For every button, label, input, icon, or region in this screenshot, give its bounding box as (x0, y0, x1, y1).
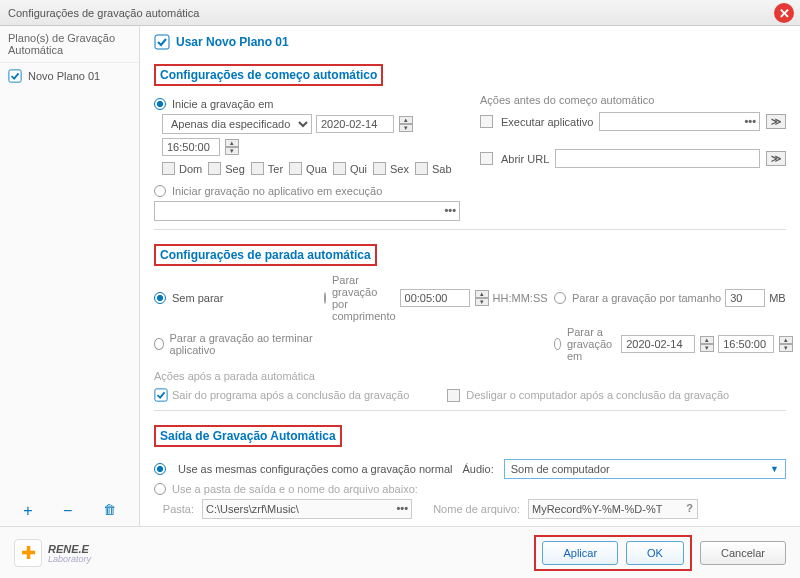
radio-use-same[interactable] (154, 463, 166, 475)
radio-start-at[interactable] (154, 98, 166, 110)
logo-icon: ✚ (14, 539, 42, 567)
open-url-input[interactable] (555, 149, 760, 168)
shutdown-after-check[interactable] (447, 389, 460, 402)
start-at-label: Inicie a gravação em (172, 98, 274, 110)
check-icon (8, 69, 22, 83)
stop-date-input[interactable] (621, 335, 695, 353)
radio-on-app-end[interactable] (154, 338, 164, 350)
exec-app-input[interactable]: ••• (599, 112, 760, 131)
day-qua[interactable] (289, 162, 302, 175)
plan-label: Novo Plano 01 (28, 70, 100, 82)
content: Usar Novo Plano 01 Configurações de come… (140, 26, 800, 526)
help-icon[interactable]: ? (686, 502, 693, 514)
start-date-input[interactable] (316, 115, 394, 133)
day-dom[interactable] (162, 162, 175, 175)
browse-icon[interactable]: ••• (744, 115, 756, 127)
filename-label: Nome de arquivo: (420, 503, 520, 515)
section-output-title: Saída de Gravação Automática (154, 425, 342, 447)
chevron-down-icon: ▼ (770, 464, 779, 474)
day-sab[interactable] (415, 162, 428, 175)
close-icon[interactable]: ✕ (774, 3, 794, 23)
go-url-icon[interactable]: ≫ (766, 151, 786, 166)
svg-rect-2 (155, 389, 167, 401)
day-qui[interactable] (333, 162, 346, 175)
check-icon (154, 388, 168, 402)
length-input[interactable] (400, 289, 470, 307)
day-sex[interactable] (373, 162, 386, 175)
exit-after-check[interactable]: Sair do programa após a conclusão da gra… (154, 388, 409, 402)
sidebar: Plano(s) de Gravação Automática Novo Pla… (0, 26, 140, 526)
radio-at-time[interactable] (554, 338, 561, 350)
start-on-app-label: Iniciar gravação no aplicativo em execuç… (172, 185, 382, 197)
stop-time-stepper[interactable]: ▴▾ (779, 336, 793, 352)
section-autostop-title: Configurações de parada automática (154, 244, 377, 266)
start-mode-select[interactable]: Apenas dia especificado (162, 114, 312, 134)
exec-app-check[interactable] (480, 115, 493, 128)
open-url-check[interactable] (480, 152, 493, 165)
length-stepper[interactable]: ▴▾ (475, 290, 489, 306)
stop-date-stepper[interactable]: ▴▾ (700, 336, 714, 352)
run-exec-icon[interactable]: ≫ (766, 114, 786, 129)
folder-input[interactable]: C:\Users\zrf\Music\••• (202, 499, 412, 519)
window-title: Configurações de gravação automática (8, 7, 199, 19)
audio-label: Áudio: (463, 463, 494, 475)
preactions-label: Ações antes do começo automático (480, 94, 786, 106)
stop-time-input[interactable] (718, 335, 774, 353)
weekday-row: Dom Seg Ter Qua Qui Sex Sab (162, 162, 460, 175)
open-url-label: Abrir URL (501, 153, 549, 165)
radio-by-length[interactable] (324, 292, 326, 304)
svg-rect-0 (9, 70, 21, 82)
browse-icon[interactable]: ••• (396, 502, 408, 514)
radio-use-folder[interactable] (154, 483, 166, 495)
sidebar-header: Plano(s) de Gravação Automática (0, 26, 139, 63)
use-plan-label[interactable]: Usar Novo Plano 01 (176, 35, 289, 49)
use-same-label: Use as mesmas configurações como a grava… (178, 463, 453, 475)
cancel-button[interactable]: Cancelar (700, 541, 786, 565)
add-plan-icon[interactable]: + (23, 502, 32, 520)
start-time-input[interactable] (162, 138, 220, 156)
exec-app-label: Executar aplicativo (501, 116, 593, 128)
remove-plan-icon[interactable]: − (63, 502, 72, 520)
footer: ✚ RENE.ELaboratory Aplicar OK Cancelar (0, 526, 800, 578)
folder-label: Pasta: (154, 503, 194, 515)
titlebar: Configurações de gravação automática ✕ (0, 0, 800, 26)
svg-rect-1 (155, 35, 169, 49)
day-ter[interactable] (251, 162, 264, 175)
filename-input[interactable]: MyRecord%Y-%M-%D-%T? (528, 499, 698, 519)
radio-start-on-app[interactable] (154, 185, 166, 197)
postactions-label: Ações após a parada automática (154, 370, 786, 382)
start-app-path-input[interactable]: ••• (154, 201, 460, 221)
browse-icon[interactable]: ••• (444, 204, 456, 216)
radio-by-size[interactable] (554, 292, 566, 304)
apply-button[interactable]: Aplicar (542, 541, 618, 565)
section-autostart-title: Configurações de começo automático (154, 64, 383, 86)
ok-button[interactable]: OK (626, 541, 684, 565)
use-folder-label: Use a pasta de saída e o nome do arquivo… (172, 483, 418, 495)
radio-no-stop[interactable] (154, 292, 166, 304)
audio-select[interactable]: Som de computador ▼ (504, 459, 786, 479)
day-seg[interactable] (208, 162, 221, 175)
check-icon (154, 34, 170, 50)
date-stepper[interactable]: ▴▾ (399, 116, 413, 132)
size-input[interactable] (725, 289, 765, 307)
plan-item[interactable]: Novo Plano 01 (0, 63, 139, 89)
time-stepper[interactable]: ▴▾ (225, 139, 239, 155)
logo: ✚ RENE.ELaboratory (14, 539, 91, 567)
delete-plan-icon[interactable]: 🗑 (103, 502, 116, 520)
